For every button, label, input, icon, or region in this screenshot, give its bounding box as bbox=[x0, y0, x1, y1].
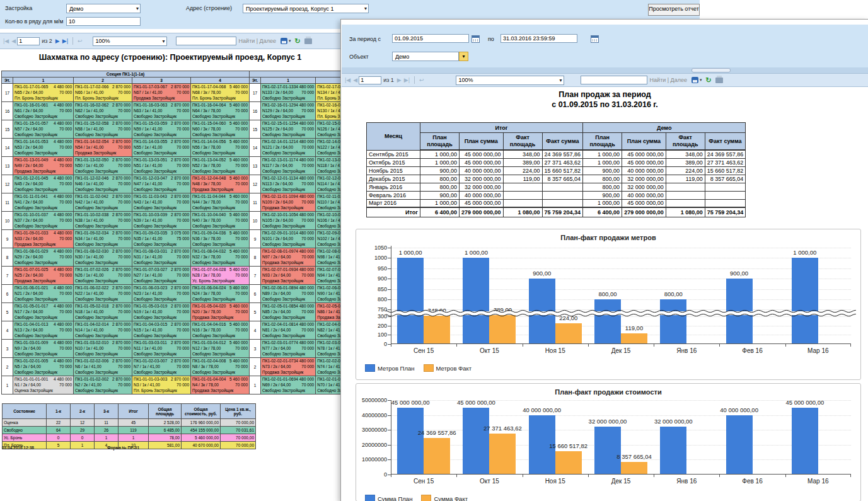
first-page-icon[interactable]: |◀ bbox=[3, 38, 9, 44]
y-tick-label: 800 bbox=[358, 296, 387, 302]
last-page-icon[interactable]: ▶| bbox=[62, 38, 68, 44]
x-tick-label: Сен 15 bbox=[391, 478, 456, 485]
search-input[interactable] bbox=[581, 76, 647, 84]
value-cell: 389,00 bbox=[503, 158, 542, 166]
group-header: Демо bbox=[583, 123, 746, 133]
plan-value-label: 45 000 000,00 bbox=[457, 399, 495, 406]
print-icon[interactable] bbox=[715, 78, 723, 83]
apartment-cell: ПК1-02-15-01-1254 480 000N125 / 2к / 64,… bbox=[261, 120, 316, 139]
plan-bar bbox=[660, 299, 686, 344]
floor-number: 12 bbox=[250, 175, 261, 193]
next-page-icon[interactable]: ▶ bbox=[397, 77, 402, 83]
summary-value: 2 528,00 bbox=[149, 419, 182, 427]
gridline bbox=[391, 248, 851, 248]
refresh-icon[interactable]: ↻ bbox=[295, 37, 301, 45]
page-input[interactable] bbox=[17, 37, 40, 45]
value-cell: 1 000,00 bbox=[583, 199, 622, 207]
y-tick-label: 0 bbox=[358, 471, 387, 478]
zoom-select[interactable]: 100%▾ bbox=[93, 37, 167, 46]
zastroika-label: Застройка bbox=[5, 5, 32, 11]
table-row: Сентябрь 20151 000,0045 000 000,00348,00… bbox=[367, 150, 746, 158]
scrollbar-thumb[interactable] bbox=[692, 68, 731, 72]
y-tick-label: 950 bbox=[358, 265, 387, 272]
floor-number: 6 bbox=[2, 285, 13, 303]
calendar-icon[interactable] bbox=[472, 35, 480, 43]
value-cell bbox=[666, 191, 705, 199]
floor-number: 1 bbox=[250, 376, 261, 394]
plan-bar bbox=[726, 415, 753, 475]
plan-value-label: 800,00 bbox=[664, 291, 683, 297]
object-select[interactable]: Демо bbox=[392, 52, 459, 61]
y-tick-label: 10000000 bbox=[358, 456, 387, 463]
row-count-input[interactable] bbox=[66, 17, 141, 26]
floor-number: 14 bbox=[250, 139, 261, 157]
value-cell: 40 000 000,00 bbox=[460, 166, 504, 175]
chess-row: 16ПК1-01-16-01-0614 480 000N61 / 2к / 64… bbox=[2, 102, 388, 120]
horizontal-scrollbar[interactable] bbox=[342, 67, 868, 73]
sub-header: План площадь bbox=[583, 133, 622, 151]
apartment-cell: ПК1-02-02-01-0734 480 000N73 / 2к / 64,0… bbox=[261, 358, 316, 376]
object-select-dropdown-button[interactable]: ▾ bbox=[459, 52, 468, 61]
value-cell: 45 000 000,00 bbox=[622, 150, 666, 158]
period-from-input[interactable] bbox=[392, 34, 469, 43]
value-cell: 800,00 bbox=[583, 183, 622, 191]
value-cell: 45 000 000,00 bbox=[622, 158, 666, 166]
calendar-icon[interactable] bbox=[591, 35, 599, 43]
view-report-button[interactable]: Просмотреть отчет bbox=[648, 4, 700, 16]
prev-page-icon[interactable]: ◀ bbox=[353, 77, 357, 83]
status-label: Оценка bbox=[3, 419, 47, 427]
apartment-cell: ПК1-01-03-02-0102 870 000N10 / 1к / 41,0… bbox=[74, 340, 132, 358]
first-page-icon[interactable]: |◀ bbox=[345, 77, 350, 83]
summary-value: 11 bbox=[95, 419, 119, 427]
legend-label: Метров План bbox=[378, 365, 415, 372]
find-next-links[interactable]: Найти | Далее bbox=[239, 38, 276, 44]
prev-page-icon[interactable]: ◀ bbox=[11, 38, 16, 44]
export-icon[interactable]: ▾ bbox=[692, 77, 702, 83]
summary-header: Общая площадь bbox=[149, 404, 182, 419]
page-count-label: из 2 bbox=[42, 38, 52, 44]
summary-value: 12 bbox=[71, 419, 95, 427]
address-select[interactable]: Проектируемый проезд, Корпус 1▾ bbox=[243, 4, 369, 13]
apartment-cell: ПК1-01-15-03-0592 870 000N59 / 1к / 41,0… bbox=[132, 120, 191, 139]
axis-break bbox=[386, 308, 856, 318]
apartment-cell: ПК1-01-15-01-0574 480 000N57 / 2к / 64,0… bbox=[13, 120, 74, 139]
last-page-icon[interactable]: ▶| bbox=[404, 77, 410, 83]
plan-value-label: 45 000 000,00 bbox=[785, 399, 824, 406]
apartment-cell: ПК1-01-13-03-0512 870 000N51 / 1к / 41,0… bbox=[132, 157, 191, 175]
page-input[interactable] bbox=[359, 76, 381, 84]
search-input[interactable] bbox=[176, 37, 236, 45]
apartment-cell: ПК1-01-11-02-0422 870 000N42 / 1к / 41,0… bbox=[74, 193, 132, 212]
value-cell: 348,00 bbox=[666, 150, 705, 158]
period-to-input[interactable] bbox=[501, 34, 577, 43]
parent-report-icon[interactable]: ↩ bbox=[78, 38, 83, 44]
value-cell: 900,00 bbox=[420, 166, 460, 175]
next-page-icon[interactable]: ▶ bbox=[55, 38, 60, 44]
export-icon[interactable]: ▾ bbox=[281, 38, 291, 44]
value-cell: 389,00 bbox=[666, 158, 705, 166]
divider bbox=[414, 76, 415, 84]
x-tick-label: Фев 16 bbox=[719, 347, 785, 354]
summary-header: Итог bbox=[119, 404, 149, 419]
plan-bar bbox=[594, 427, 621, 475]
floor-number: 3 bbox=[2, 340, 13, 358]
value-cell: 40 000 000,00 bbox=[622, 191, 666, 199]
apartment-cell: ПК1-01-09-01-0334 480 000N33 / 2к / 64,0… bbox=[13, 230, 74, 248]
zoom-select[interactable]: 100%▾ bbox=[456, 76, 564, 85]
plan-value-label: 800,00 bbox=[598, 291, 616, 297]
y-tick-label: 300 bbox=[358, 313, 387, 320]
sub-header: Факт площадь bbox=[503, 133, 542, 151]
sub-header: Факт площадь bbox=[666, 133, 705, 151]
apartment-cell: ПК1-01-10-02-0382 870 000N38 / 1к / 41,0… bbox=[74, 212, 132, 230]
apartment-cell: ПК1-01-03-04-0125 460 000N12 / 3к / 78,0… bbox=[191, 340, 250, 358]
apartment-cell: ПК1-01-12-01-0454 480 000N45 / 2к / 64,0… bbox=[13, 175, 74, 193]
month-cell: Март 2016 bbox=[367, 199, 420, 207]
table-row: Февраль 2016900,0040 000 000,00900,0040 … bbox=[367, 191, 746, 199]
summary-value: 5 bbox=[47, 442, 71, 449]
summary-value: 1 bbox=[119, 434, 149, 442]
zastroika-select[interactable]: Демо▾ bbox=[66, 4, 141, 13]
summary-value: 70 000,00 bbox=[221, 442, 256, 449]
find-next-links[interactable]: Найти | Далее bbox=[650, 77, 687, 83]
refresh-icon[interactable]: ↻ bbox=[706, 76, 712, 84]
print-icon[interactable] bbox=[304, 38, 312, 44]
parent-report-icon[interactable]: ↩ bbox=[419, 77, 424, 83]
